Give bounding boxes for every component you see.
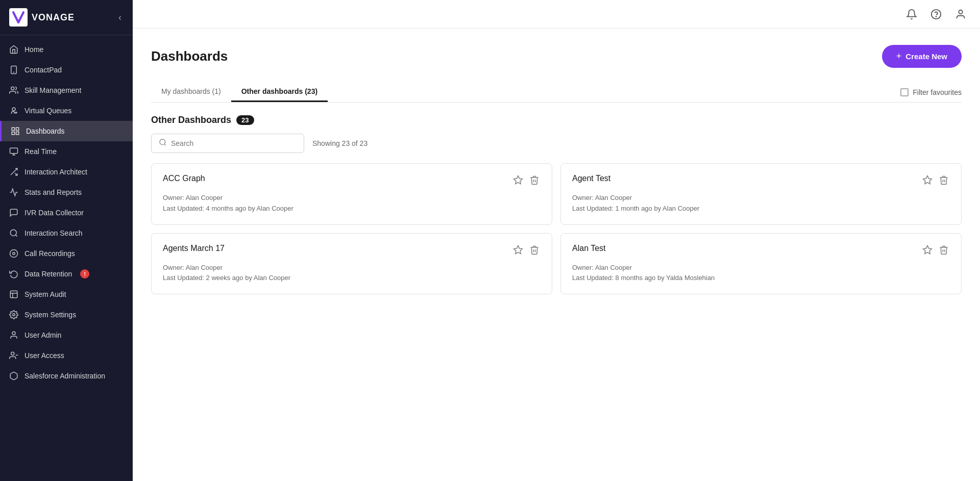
svg-line-31 [164, 144, 166, 145]
user-admin-icon [9, 331, 18, 340]
user-access-icon [9, 351, 18, 360]
sidebar-item-dashboards[interactable]: Dashboards [0, 121, 133, 141]
dashboard-card-agent-test: Agent Test Owner: Alan Cooper Last Updat… [560, 163, 962, 225]
sidebar-item-salesforce-admin[interactable]: Salesforce Administration [0, 366, 133, 386]
sidebar-item-label: Dashboards [26, 127, 65, 135]
svg-point-25 [11, 352, 14, 355]
card-updated: Last Updated: 8 months ago by Yalda Mosl… [572, 273, 950, 284]
svg-marker-33 [923, 176, 932, 184]
favourite-button-alan-test[interactable] [921, 244, 934, 258]
card-title: Alan Test [572, 244, 606, 253]
card-actions [512, 174, 541, 188]
svg-line-17 [15, 235, 17, 236]
sidebar-item-interaction-architect[interactable]: Interaction Architect [0, 162, 133, 182]
svg-point-18 [10, 250, 18, 258]
sidebar-item-system-audit[interactable]: System Audit [0, 284, 133, 305]
filter-favourites[interactable]: Filter favourites [900, 88, 962, 96]
svg-point-24 [12, 332, 15, 335]
svg-point-23 [13, 314, 15, 316]
card-meta: Owner: Alan Cooper Last Updated: 2 weeks… [163, 263, 541, 284]
salesforce-icon [9, 371, 18, 381]
card-updated: Last Updated: 1 month ago by Alan Cooper [572, 204, 950, 214]
ivr-icon [9, 208, 18, 217]
svg-point-19 [13, 252, 15, 255]
delete-button-alan-test[interactable] [938, 244, 950, 258]
tab-other-dashboards[interactable]: Other dashboards (23) [231, 82, 328, 102]
architect-icon [9, 167, 18, 176]
search-box [151, 134, 304, 153]
sidebar-item-label: Home [24, 45, 43, 54]
card-actions [921, 174, 950, 188]
sidebar-item-label: User Access [24, 351, 64, 360]
card-owner: Owner: Alan Cooper [572, 263, 950, 273]
create-new-button[interactable]: + Create New [882, 45, 962, 68]
sidebar-item-label: User Admin [24, 331, 61, 339]
favourite-button-agents-march-17[interactable] [512, 244, 524, 258]
card-meta: Owner: Alan Cooper Last Updated: 8 month… [572, 263, 950, 284]
page-header: Dashboards + Create New [151, 45, 962, 68]
create-new-label: Create New [905, 52, 947, 61]
data-retention-badge: ! [80, 269, 89, 279]
realtime-icon [9, 147, 18, 156]
dashboard-tabs: My dashboards (1) Other dashboards (23) [151, 82, 328, 102]
sidebar-item-contactpad[interactable]: ContactPad [0, 60, 133, 80]
main-area: Dashboards + Create New My dashboards (1… [133, 0, 980, 481]
showing-count-text: Showing 23 of 23 [312, 139, 368, 147]
sidebar-item-label: Real Time [24, 147, 57, 156]
sidebar-item-real-time[interactable]: Real Time [0, 141, 133, 162]
sidebar: VONAGE ‹ Home ContactPad Skill Managemen… [0, 0, 133, 481]
section-title: Other Dashboards [151, 115, 231, 125]
sidebar-item-stats-reports[interactable]: Stats and Reports [0, 182, 133, 202]
filter-favourites-checkbox[interactable] [900, 88, 909, 96]
card-actions [921, 244, 950, 258]
delete-button-acc-graph[interactable] [528, 174, 541, 188]
svg-marker-35 [923, 245, 932, 254]
sidebar-item-user-access[interactable]: User Access [0, 345, 133, 366]
sidebar-item-skill-management[interactable]: Skill Management [0, 80, 133, 100]
sidebar-item-interaction-search[interactable]: Interaction Search [0, 223, 133, 243]
notification-bell-button[interactable] [904, 7, 919, 21]
sidebar-item-system-settings[interactable]: System Settings [0, 305, 133, 325]
sidebar-item-label: Virtual Queues [24, 107, 71, 115]
card-title: Agent Test [572, 174, 610, 183]
stats-icon [9, 188, 18, 197]
card-header: Agents March 17 [163, 244, 541, 258]
dashboard-card-acc-graph: ACC Graph Owner: Alan Cooper Last Update… [151, 163, 552, 225]
page-title: Dashboards [151, 48, 228, 64]
svg-rect-9 [12, 132, 14, 135]
filter-favourites-label: Filter favourites [913, 88, 962, 96]
settings-icon [9, 310, 18, 319]
card-title: Agents March 17 [163, 244, 225, 253]
favourite-button-acc-graph[interactable] [512, 174, 524, 188]
home-icon [9, 45, 18, 54]
sidebar-item-data-retention[interactable]: Data Retention ! [0, 264, 133, 284]
search-input[interactable] [171, 139, 297, 147]
sidebar-item-call-recordings[interactable]: Call Recordings [0, 243, 133, 264]
card-header: ACC Graph [163, 174, 541, 188]
help-button[interactable] [929, 7, 943, 21]
search-icon [9, 229, 18, 238]
sidebar-logo: VONAGE [9, 8, 75, 27]
tab-my-dashboards[interactable]: My dashboards (1) [151, 82, 231, 102]
delete-button-agent-test[interactable] [938, 174, 950, 188]
sidebar-item-home[interactable]: Home [0, 39, 133, 60]
sidebar-item-user-admin[interactable]: User Admin [0, 325, 133, 345]
card-meta: Owner: Alan Cooper Last Updated: 1 month… [572, 193, 950, 214]
card-owner: Owner: Alan Cooper [572, 193, 950, 204]
favourite-button-agent-test[interactable] [921, 174, 934, 188]
sidebar-item-label: System Audit [24, 290, 66, 298]
svg-point-3 [11, 87, 14, 90]
svg-marker-32 [514, 176, 523, 184]
svg-rect-10 [16, 132, 19, 135]
vonage-logo-icon [9, 8, 28, 27]
sidebar-item-ivr-data-collector[interactable]: IVR Data Collector [0, 202, 133, 223]
sidebar-header: VONAGE ‹ [0, 0, 133, 35]
sidebar-item-label: Stats and Reports [24, 188, 82, 196]
card-header: Alan Test [572, 244, 950, 258]
svg-point-30 [160, 139, 165, 145]
sidebar-collapse-button[interactable]: ‹ [116, 10, 124, 25]
user-profile-button[interactable] [953, 7, 968, 21]
sidebar-item-virtual-queues[interactable]: Virtual Queues [0, 100, 133, 121]
tabs-row: My dashboards (1) Other dashboards (23) … [151, 82, 962, 103]
delete-button-agents-march-17[interactable] [528, 244, 541, 258]
